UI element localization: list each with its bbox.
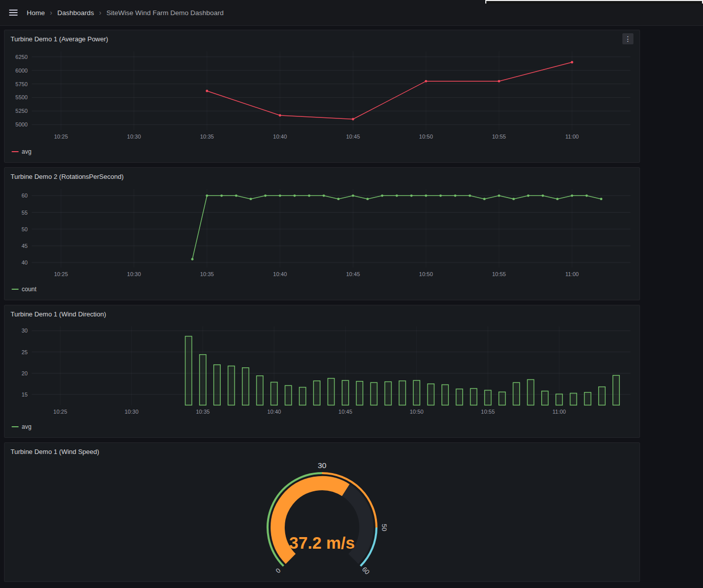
legend: avg — [5, 418, 640, 434]
svg-text:10:55: 10:55 — [481, 409, 495, 415]
menu-toggle-button[interactable] — [6, 5, 21, 20]
svg-text:30: 30 — [317, 461, 327, 470]
rotations-line-chart[interactable]: 404550556010:2510:3010:3510:4010:4510:50… — [9, 184, 635, 281]
panel-header: Turbine Demo 2 (RotationsPerSecond) — [5, 168, 640, 183]
svg-text:10:50: 10:50 — [410, 409, 424, 415]
legend-label: avg — [22, 423, 31, 430]
overlapping-window-edge — [485, 0, 703, 4]
breadcrumb-dashboards[interactable]: Dashboards — [57, 9, 94, 17]
svg-text:10:45: 10:45 — [346, 271, 360, 277]
svg-text:10:30: 10:30 — [127, 134, 141, 140]
svg-text:30: 30 — [22, 328, 28, 334]
legend-label: avg — [22, 148, 31, 155]
svg-text:0: 0 — [274, 567, 282, 575]
svg-text:10:45: 10:45 — [339, 409, 353, 415]
panel-menu-button[interactable]: ⋮ — [622, 33, 633, 44]
breadcrumb: Home › Dashboards › SiteWise Wind Farm D… — [27, 9, 224, 17]
svg-text:10:25: 10:25 — [54, 271, 68, 277]
legend-item-count[interactable]: count — [12, 286, 36, 293]
svg-text:10:40: 10:40 — [273, 134, 287, 140]
panel-header: Turbine Demo 1 (Wind Speed) — [5, 443, 640, 458]
svg-text:45: 45 — [22, 243, 28, 249]
svg-text:10:35: 10:35 — [200, 134, 214, 140]
panel-average-power: Turbine Demo 1 (Average Power) ⋮ 5000525… — [4, 30, 640, 163]
panel-header: Turbine Demo 1 (Average Power) ⋮ — [5, 30, 640, 45]
svg-text:10:30: 10:30 — [127, 271, 141, 277]
svg-text:10:45: 10:45 — [346, 134, 360, 140]
svg-text:50: 50 — [22, 226, 28, 232]
svg-text:20: 20 — [22, 370, 28, 376]
svg-text:10:40: 10:40 — [273, 271, 287, 277]
kebab-icon: ⋮ — [624, 35, 631, 43]
svg-text:5500: 5500 — [16, 94, 28, 100]
breadcrumb-separator-icon: › — [99, 9, 101, 17]
wind-direction-bar-chart[interactable]: 1520253010:2510:3010:3510:4010:4510:5010… — [9, 321, 635, 418]
svg-text:10:25: 10:25 — [54, 134, 68, 140]
svg-text:5250: 5250 — [16, 108, 28, 114]
svg-text:60: 60 — [361, 565, 371, 576]
svg-text:37.2 m/s: 37.2 m/s — [289, 534, 355, 552]
legend-item-avg[interactable]: avg — [12, 423, 31, 430]
svg-text:50: 50 — [380, 524, 388, 531]
svg-text:11:00: 11:00 — [552, 409, 566, 415]
panel-title-rotations: Turbine Demo 2 (RotationsPerSecond) — [11, 173, 123, 180]
dashboard-grid: Turbine Demo 1 (Average Power) ⋮ 5000525… — [4, 30, 640, 582]
svg-text:10:25: 10:25 — [53, 409, 68, 415]
svg-text:40: 40 — [22, 259, 28, 266]
series-color-swatch — [12, 151, 19, 152]
svg-text:55: 55 — [22, 210, 28, 216]
top-navigation-bar: Home › Dashboards › SiteWise Wind Farm D… — [0, 0, 703, 26]
svg-text:10:35: 10:35 — [200, 271, 214, 277]
svg-text:10:30: 10:30 — [124, 409, 139, 415]
panel-wind-speed: Turbine Demo 1 (Wind Speed) 030506037.2 … — [4, 442, 640, 582]
legend: count — [5, 281, 640, 297]
svg-text:10:40: 10:40 — [267, 409, 281, 415]
legend-label: count — [22, 286, 36, 293]
series-color-swatch — [12, 289, 19, 290]
breadcrumb-home[interactable]: Home — [27, 9, 45, 17]
panel-title-average-power: Turbine Demo 1 (Average Power) — [11, 35, 108, 43]
legend-item-avg[interactable]: avg — [12, 148, 31, 155]
average-power-line-chart[interactable]: 50005250550057506000625010:2510:3010:351… — [9, 46, 635, 143]
svg-text:11:00: 11:00 — [565, 134, 579, 140]
panel-rotations-per-second: Turbine Demo 2 (RotationsPerSecond) 4045… — [4, 167, 640, 300]
svg-text:5750: 5750 — [16, 81, 28, 87]
wind-speed-gauge[interactable]: 030506037.2 m/s — [236, 459, 408, 580]
panel-title-wind-speed: Turbine Demo 1 (Wind Speed) — [11, 448, 99, 455]
breadcrumb-separator-icon: › — [50, 9, 52, 17]
svg-text:60: 60 — [22, 192, 28, 199]
series-color-swatch — [12, 426, 19, 427]
svg-text:6000: 6000 — [16, 68, 28, 74]
legend: avg — [5, 143, 640, 159]
grafana-dashboard-page: Home › Dashboards › SiteWise Wind Farm D… — [0, 0, 703, 588]
panel-wind-direction: Turbine Demo 1 (Wind Direction) 15202530… — [4, 305, 640, 438]
svg-text:15: 15 — [22, 391, 28, 398]
svg-text:10:35: 10:35 — [196, 409, 210, 415]
svg-text:5000: 5000 — [16, 121, 28, 127]
svg-text:25: 25 — [22, 349, 28, 355]
svg-text:10:55: 10:55 — [492, 271, 506, 277]
panel-title-wind-direction: Turbine Demo 1 (Wind Direction) — [11, 310, 106, 318]
svg-text:10:50: 10:50 — [419, 271, 433, 277]
breadcrumb-current-dashboard: SiteWise Wind Farm Demo Dashboard — [106, 9, 224, 17]
svg-text:10:55: 10:55 — [492, 134, 506, 140]
svg-text:10:50: 10:50 — [419, 134, 433, 140]
panel-header: Turbine Demo 1 (Wind Direction) — [5, 305, 640, 320]
hamburger-icon — [9, 10, 18, 16]
svg-text:6250: 6250 — [16, 54, 28, 60]
svg-text:11:00: 11:00 — [565, 271, 579, 277]
